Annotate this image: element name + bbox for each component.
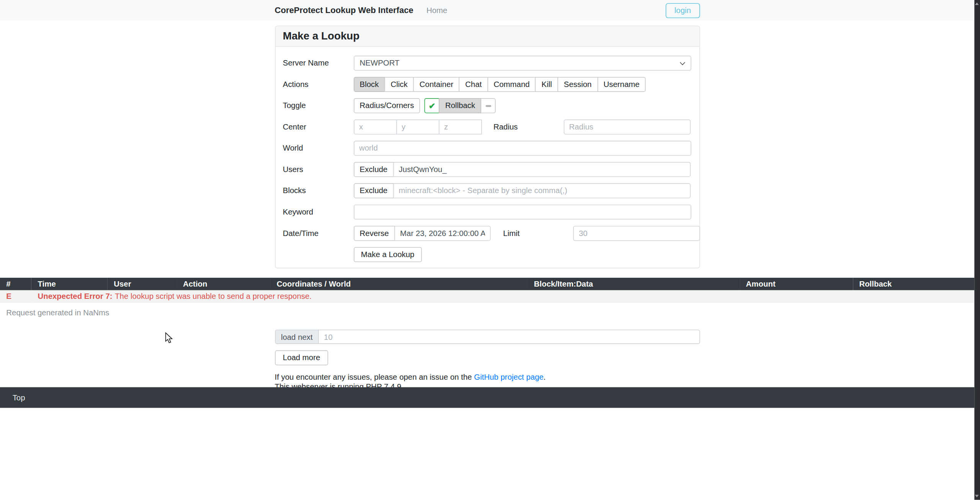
rollback-toggle-button[interactable]: Rollback bbox=[439, 98, 482, 113]
server-name-row: Server Name NEWPORT bbox=[283, 56, 690, 70]
server-name-value: NEWPORT bbox=[360, 59, 400, 67]
scrollbar-down-arrow-icon[interactable] bbox=[975, 495, 979, 498]
scrollbar-up-arrow-icon[interactable] bbox=[975, 3, 979, 5]
error-text: The lookup script was unable to send a p… bbox=[115, 292, 312, 301]
page: CoreProtect Lookup Web Interface Home lo… bbox=[0, 0, 980, 500]
col-coordinates-world: Coordinates / World bbox=[271, 278, 528, 290]
error-row: E Unexpected Error 7:The lookup script w… bbox=[0, 290, 974, 303]
datetime-row: Date/Time Reverse Limit bbox=[283, 226, 690, 241]
blocks-row: Blocks Exclude bbox=[283, 183, 690, 198]
datetime-label: Date/Time bbox=[283, 226, 353, 241]
lookup-panel: Make a Lookup Server Name NEWPORT Action… bbox=[275, 26, 700, 268]
center-x-input[interactable] bbox=[353, 120, 397, 134]
error-title: Unexpected Error 7: bbox=[38, 292, 112, 301]
users-exclude-button[interactable]: Exclude bbox=[353, 162, 394, 177]
app-title: CoreProtect Lookup Web Interface bbox=[275, 6, 413, 15]
col-block-item-data: Block/Item:Data bbox=[528, 278, 740, 290]
actions-button-group: Block Click Container Chat Command Kill … bbox=[353, 77, 646, 92]
bottom-bar: Top bbox=[0, 387, 974, 408]
world-row: World bbox=[283, 141, 690, 156]
check-toggle-button[interactable]: ✔ bbox=[425, 98, 439, 113]
load-next-count-input[interactable] bbox=[318, 330, 699, 344]
action-container-button[interactable]: Container bbox=[413, 77, 459, 92]
action-username-button[interactable]: Username bbox=[597, 77, 646, 92]
request-status: Request generated in NaNms bbox=[6, 308, 974, 317]
actions-row: Actions Block Click Container Chat Comma… bbox=[283, 77, 690, 92]
center-z-input[interactable] bbox=[438, 120, 482, 134]
world-input[interactable] bbox=[353, 141, 691, 156]
toggle-label: Toggle bbox=[283, 98, 353, 113]
issues-note-period: . bbox=[544, 373, 546, 382]
blocks-exclude-button[interactable]: Exclude bbox=[353, 183, 394, 198]
results-table: # Time User Action Coordinates / World B… bbox=[0, 278, 974, 303]
results-header-row: # Time User Action Coordinates / World B… bbox=[0, 278, 974, 290]
server-name-select[interactable]: NEWPORT bbox=[353, 56, 691, 70]
col-amount: Amount bbox=[740, 278, 853, 290]
rollback-toggle-group: ✔ Rollback bbox=[425, 98, 496, 113]
submit-row: Make a Lookup bbox=[283, 247, 690, 262]
radius-input[interactable] bbox=[564, 120, 690, 134]
load-next-label: load next bbox=[275, 330, 319, 344]
users-row: Users Exclude bbox=[283, 162, 690, 177]
load-more-button[interactable]: Load more bbox=[275, 350, 328, 365]
limit-label: Limit bbox=[503, 226, 573, 238]
panel-title: Make a Lookup bbox=[275, 26, 699, 47]
users-label: Users bbox=[283, 162, 353, 177]
datetime-input[interactable] bbox=[394, 226, 490, 241]
center-y-input[interactable] bbox=[396, 120, 439, 134]
limit-input[interactable] bbox=[573, 226, 700, 241]
keyword-row: Keyword bbox=[283, 205, 690, 220]
toggle-row: Toggle Radius/Corners ✔ Rollback bbox=[283, 98, 690, 113]
issues-note: If you encounter any issues, please open… bbox=[275, 373, 700, 382]
blocks-input[interactable] bbox=[393, 183, 690, 198]
action-kill-button[interactable]: Kill bbox=[535, 77, 558, 92]
keyword-label: Keyword bbox=[283, 205, 353, 220]
chevron-down-icon bbox=[679, 60, 685, 65]
col-user: User bbox=[108, 278, 177, 290]
nav-home-link[interactable]: Home bbox=[426, 6, 447, 15]
error-row-message: Unexpected Error 7:The lookup script was… bbox=[31, 290, 974, 303]
error-row-id: E bbox=[0, 290, 31, 303]
load-next-group: load next bbox=[275, 330, 700, 344]
reverse-button[interactable]: Reverse bbox=[353, 226, 395, 241]
center-label: Center bbox=[283, 120, 353, 134]
server-name-label: Server Name bbox=[283, 56, 353, 70]
action-session-button[interactable]: Session bbox=[558, 77, 598, 92]
github-project-link[interactable]: GitHub project page bbox=[474, 373, 544, 382]
vertical-scrollbar[interactable] bbox=[974, 0, 980, 500]
issues-note-text: If you encounter any issues, please open… bbox=[275, 373, 474, 382]
blocks-label: Blocks bbox=[283, 183, 353, 198]
navbar: CoreProtect Lookup Web Interface Home lo… bbox=[0, 0, 974, 21]
center-row: Center Radius bbox=[283, 120, 690, 134]
action-click-button[interactable]: Click bbox=[384, 77, 414, 92]
col-time: Time bbox=[31, 278, 108, 290]
minus-toggle-button[interactable] bbox=[481, 98, 496, 113]
submit-spacer bbox=[283, 247, 353, 262]
make-lookup-button[interactable]: Make a Lookup bbox=[353, 247, 422, 262]
col-action: Action bbox=[177, 278, 271, 290]
users-input[interactable] bbox=[393, 162, 690, 177]
actions-label: Actions bbox=[283, 77, 353, 92]
col-rollback: Rollback bbox=[853, 278, 974, 290]
check-icon: ✔ bbox=[429, 101, 436, 110]
login-button[interactable]: login bbox=[666, 3, 700, 18]
action-chat-button[interactable]: Chat bbox=[459, 77, 488, 92]
action-command-button[interactable]: Command bbox=[487, 77, 536, 92]
minus-icon bbox=[485, 105, 491, 107]
top-link[interactable]: Top bbox=[13, 393, 25, 402]
col-number: # bbox=[0, 278, 31, 290]
action-block-button[interactable]: Block bbox=[353, 77, 385, 92]
world-label: World bbox=[283, 141, 353, 156]
radius-label: Radius bbox=[493, 120, 564, 131]
keyword-input[interactable] bbox=[353, 205, 691, 220]
radius-corners-toggle-button[interactable]: Radius/Corners bbox=[353, 98, 420, 113]
